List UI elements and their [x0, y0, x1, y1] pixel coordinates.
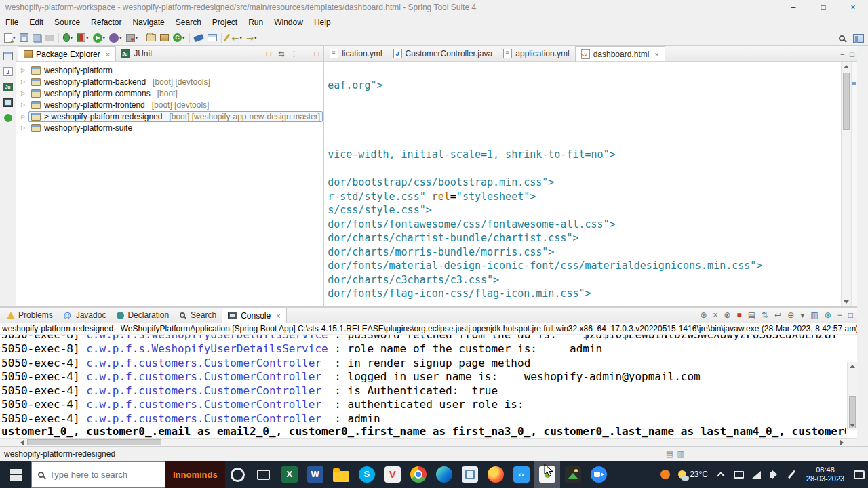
scroll-down-icon[interactable]: [842, 297, 851, 306]
view-tab-junit[interactable]: JUnit: [116, 46, 157, 61]
view-tab-declaration[interactable]: Declaration: [111, 308, 174, 323]
scroll-right-icon[interactable]: [837, 439, 846, 446]
new-wizard-icon[interactable]: ▾: [2, 30, 18, 45]
new-java-project-icon[interactable]: [144, 30, 158, 45]
debug-icon[interactable]: ▾: [61, 30, 75, 45]
innominds-app-button[interactable]: Innominds: [165, 461, 225, 488]
close-button[interactable]: ×: [838, 0, 868, 15]
console-horizontal-scrollbar[interactable]: [0, 438, 857, 446]
zoom-button[interactable]: [586, 461, 612, 488]
tree-row[interactable]: ▷> weshopify-platform-redesigned[boot] […: [16, 110, 323, 122]
display-console-icon[interactable]: ▾: [800, 310, 804, 320]
launch-config-icon[interactable]: ⊛: [700, 310, 707, 320]
project-tree[interactable]: ▷weshopify-platform▷weshopify-platform-b…: [16, 62, 323, 306]
menu-window[interactable]: Window: [269, 16, 309, 28]
scroll-up-icon[interactable]: [842, 62, 851, 71]
open-table-icon[interactable]: [205, 30, 219, 45]
view-menu-icon[interactable]: ⋮: [290, 49, 298, 58]
opera-button[interactable]: [225, 461, 251, 488]
java-view-icon[interactable]: [3, 67, 13, 76]
maximize-editor-icon[interactable]: □: [850, 50, 854, 58]
tree-row[interactable]: ▷weshopify-platform-backend[boot] [devto…: [16, 76, 323, 87]
word-button[interactable]: [302, 461, 328, 488]
minimize-view-icon[interactable]: −: [304, 49, 308, 58]
minimize-panel-icon[interactable]: −: [837, 310, 842, 320]
menu-source[interactable]: Source: [49, 16, 85, 28]
collapse-all-icon[interactable]: ⊟: [266, 49, 272, 58]
expand-arrow-icon[interactable]: ▷: [21, 67, 28, 73]
scroll-lock-icon[interactable]: ⇅: [762, 310, 768, 320]
minimize-editor-icon[interactable]: −: [840, 50, 844, 58]
display-tray-button[interactable]: [730, 461, 747, 488]
word-wrap-icon[interactable]: ↩: [774, 310, 781, 320]
console-vertical-scrollbar[interactable]: [847, 362, 857, 430]
close-tab-icon[interactable]: ×: [654, 50, 658, 58]
editor-body[interactable]: eaf.org">vice-width, initial-scale=1, sh…: [324, 62, 857, 306]
run-icon[interactable]: ▾: [91, 30, 108, 45]
network-tray-button[interactable]: [747, 461, 765, 488]
taskbar-clock[interactable]: 08:48 28-03-2023: [800, 466, 850, 483]
remove-launch-icon[interactable]: ×: [713, 310, 717, 320]
close-tab-icon[interactable]: ×: [276, 312, 280, 320]
task-view-button[interactable]: [251, 461, 277, 488]
restore-view-icon[interactable]: [3, 52, 13, 60]
tree-row[interactable]: ▷weshopify-platform-frontend[boot] [devt…: [16, 99, 323, 110]
pin-console-icon[interactable]: ⊕: [787, 310, 794, 320]
vivaldi-button[interactable]: [380, 461, 406, 488]
expand-arrow-icon[interactable]: ▷: [21, 125, 28, 131]
print-icon[interactable]: [43, 30, 56, 45]
tree-row[interactable]: ▷weshopify-platform-commons[boot]: [16, 87, 323, 99]
save-all-icon[interactable]: [31, 30, 43, 45]
file-explorer-button[interactable]: [328, 461, 354, 488]
menu-run[interactable]: Run: [243, 16, 269, 28]
view-tab-problems[interactable]: Problems: [1, 308, 58, 323]
code-area[interactable]: eaf.org">vice-width, initial-scale=1, sh…: [328, 64, 840, 301]
taskbar-search[interactable]: [31, 461, 165, 488]
last-edit-location-icon[interactable]: [224, 30, 230, 45]
console-settings-icon[interactable]: ⊛: [825, 310, 831, 320]
editor-vertical-scrollbar[interactable]: [841, 62, 851, 306]
link-with-editor-icon[interactable]: ⇆: [278, 49, 284, 58]
expand-arrow-icon[interactable]: ▷: [21, 79, 28, 85]
vscode-button[interactable]: [509, 461, 534, 488]
console-hscroll-thumb[interactable]: [27, 439, 161, 445]
editor-scroll-thumb[interactable]: [843, 73, 850, 130]
tray-app-button[interactable]: [656, 461, 674, 488]
menu-project[interactable]: Project: [207, 16, 243, 28]
back-icon[interactable]: ▾: [230, 30, 244, 45]
menu-refactor[interactable]: Refactor: [85, 16, 127, 28]
open-search-icon[interactable]: [192, 30, 205, 45]
start-button[interactable]: [0, 461, 31, 488]
view-tab-console[interactable]: Console×: [222, 308, 286, 323]
menu-navigate[interactable]: Navigate: [127, 16, 170, 28]
external-tools-icon[interactable]: ▾: [124, 30, 140, 45]
editor-tab-application-yml[interactable]: application.yml: [498, 46, 574, 61]
new-class-icon[interactable]: ▾: [171, 30, 187, 45]
scroll-left-icon[interactable]: [18, 439, 26, 446]
expand-arrow-icon[interactable]: ▷: [21, 102, 28, 108]
profile-icon[interactable]: ▾: [107, 30, 124, 45]
weather-widget[interactable]: 23°C: [674, 470, 712, 479]
search-input[interactable]: [50, 470, 151, 480]
chrome-button[interactable]: [406, 461, 431, 488]
pen-tray-button[interactable]: [783, 461, 800, 488]
maximize-panel-icon[interactable]: □: [848, 310, 853, 320]
editor-tab-customercontroller-java[interactable]: CustomerController.java: [388, 46, 498, 61]
skype-button[interactable]: [354, 461, 380, 488]
forward-icon[interactable]: ▾: [244, 30, 258, 45]
tree-row[interactable]: ▷weshopify-platform: [16, 64, 323, 76]
edge-button[interactable]: [431, 461, 457, 488]
terminate-icon[interactable]: ■: [737, 310, 742, 320]
console-scroll-down-icon[interactable]: [848, 421, 857, 430]
remove-all-launches-icon[interactable]: ⊗: [724, 310, 730, 320]
menu-file[interactable]: File: [0, 16, 24, 28]
snipping-tool-button[interactable]: [457, 461, 483, 488]
volume-tray-button[interactable]: [765, 461, 783, 488]
open-console-icon[interactable]: ▥: [810, 310, 818, 320]
save-icon[interactable]: [18, 30, 31, 45]
console-view-icon[interactable]: [3, 98, 13, 107]
firefox-button[interactable]: [483, 461, 509, 488]
editor-tab-lication-yml[interactable]: lication.yml: [324, 46, 387, 61]
console-body[interactable]: 5050-exec-8] c.w.p.f.s.WeshopifyUserDeta…: [0, 335, 857, 438]
expand-arrow-icon[interactable]: ▷: [21, 113, 28, 119]
